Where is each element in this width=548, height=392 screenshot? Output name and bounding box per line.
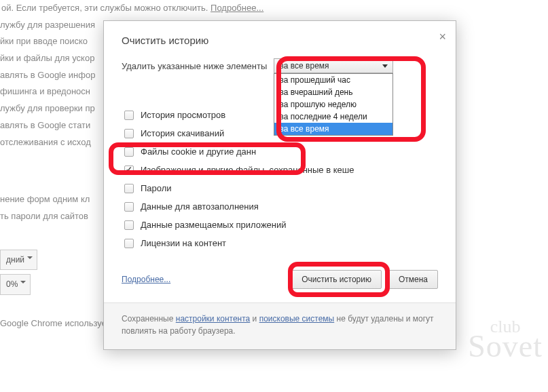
search-engines-link[interactable]: поисковые системы [259, 314, 335, 324]
bg-select-2[interactable]: 0% [0, 274, 31, 295]
checkbox[interactable] [124, 147, 134, 157]
time-option[interactable]: за прошлую неделю [274, 98, 392, 111]
time-option[interactable]: за прошедший час [274, 74, 392, 86]
checkbox-checked[interactable] [124, 165, 134, 175]
checkbox[interactable] [124, 220, 134, 230]
checkbox-row[interactable]: Лицензии на контент [124, 234, 438, 252]
bg-text: ой. Если требуется, эти службы можно отк… [1, 3, 208, 13]
time-range-dropdown: за прошедший час за вчерашний день за пр… [274, 73, 393, 136]
checkbox-label: Лицензии на контент [141, 238, 226, 248]
dialog-title: Очистить историю [122, 35, 438, 46]
delete-elements-label: Удалить указанные ниже элементы [122, 61, 267, 71]
checkbox[interactable] [124, 184, 134, 193]
bg-select-1[interactable]: дний [0, 250, 37, 271]
checkbox-row[interactable]: Пароли [124, 179, 438, 197]
time-option[interactable]: за последние 4 недели [274, 111, 392, 123]
checkbox-row[interactable]: Файлы cookie и другие данн [124, 142, 438, 161]
close-icon[interactable]: × [439, 31, 446, 43]
time-option[interactable]: за вчерашний день [274, 86, 392, 98]
checkbox-label: Изображения и другие файлы, сохраненные … [141, 165, 354, 175]
checkbox-label: Пароли [141, 183, 172, 193]
time-option-selected[interactable]: за все время [274, 123, 392, 135]
checkbox-row[interactable]: Данные размещаемых приложений [124, 216, 438, 234]
checkbox[interactable] [124, 202, 134, 212]
clear-history-dialog: × Очистить историю Удалить указанные ниж… [103, 20, 456, 350]
checkbox[interactable] [124, 239, 134, 248]
clear-history-button[interactable]: Очистить историю [291, 270, 382, 289]
time-range-select[interactable]: за все время [274, 58, 393, 73]
bg-more-link[interactable]: Подробнее... [211, 3, 263, 13]
checkbox-row-cached-images[interactable]: Изображения и другие файлы, сохраненные … [124, 161, 438, 179]
checkbox[interactable] [124, 129, 134, 138]
checkbox-row[interactable]: Данные для автозаполнения [124, 197, 438, 216]
checkbox-label: Файлы cookie и другие данн [141, 146, 256, 157]
dialog-footer-note: Сохраненные настройки контента и поисков… [104, 302, 456, 349]
learn-more-link[interactable]: Подробнее... [122, 275, 170, 284]
cancel-button[interactable]: Отмена [388, 270, 438, 289]
checkbox-label: Данные размещаемых приложений [141, 220, 287, 230]
content-settings-link[interactable]: настройки контента [176, 314, 251, 324]
checkbox[interactable] [124, 111, 134, 120]
checkbox-label: Данные для автозаполнения [141, 201, 259, 212]
checkbox-label: История скачиваний [141, 128, 224, 138]
checkbox-label: История просмотров [141, 110, 225, 120]
